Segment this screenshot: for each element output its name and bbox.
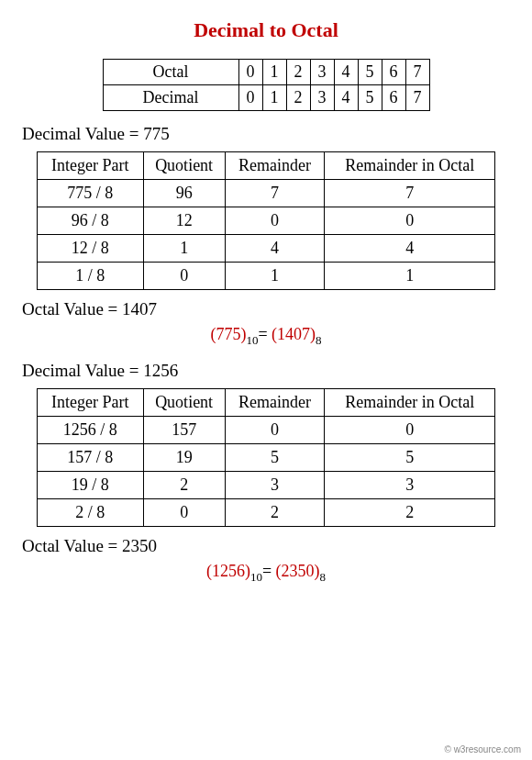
- decimal-value-label: Decimal Value = 775: [18, 124, 514, 144]
- digit-mapping-table: Octal 0 1 2 3 4 5 6 7 Decimal 0 1 2 3 4 …: [103, 59, 430, 111]
- digit-cell: 3: [310, 60, 334, 85]
- octal-value-label: Octal Value = 2350: [18, 536, 514, 556]
- table-row: 157 / 81955: [38, 443, 495, 471]
- digit-cell: 3: [310, 85, 334, 111]
- col-remainder-octal: Remainder in Octal: [325, 388, 495, 416]
- col-remainder-octal: Remainder in Octal: [325, 152, 495, 180]
- digit-cell: 0: [238, 60, 262, 85]
- col-integer-part: Integer Part: [38, 388, 144, 416]
- table-row: 775 / 89677: [38, 180, 495, 207]
- page-title: Decimal to Octal: [18, 18, 514, 42]
- col-quotient: Quotient: [143, 152, 225, 180]
- conversion-table: Integer Part Quotient Remainder Remainde…: [37, 388, 495, 527]
- digit-cell: 7: [405, 85, 429, 111]
- equation: (1256)10= (2350)8: [18, 562, 514, 585]
- digit-cell: 5: [358, 60, 382, 85]
- table-row: 96 / 81200: [38, 207, 495, 235]
- table-header-row: Integer Part Quotient Remainder Remainde…: [38, 388, 495, 416]
- table-row: 1 / 8011: [38, 263, 495, 290]
- table-row: Octal 0 1 2 3 4 5 6 7: [103, 60, 429, 85]
- digit-cell: 1: [262, 60, 286, 85]
- col-remainder: Remainder: [225, 152, 325, 180]
- row-label: Decimal: [103, 85, 238, 111]
- octal-value-label: Octal Value = 1407: [18, 299, 514, 319]
- conversion-table: Integer Part Quotient Remainder Remainde…: [37, 151, 495, 290]
- equation: (775)10= (1407)8: [18, 325, 514, 348]
- digit-cell: 6: [382, 85, 405, 111]
- digit-cell: 2: [286, 60, 310, 85]
- digit-cell: 2: [286, 85, 310, 111]
- col-remainder: Remainder: [225, 388, 325, 416]
- decimal-value-label: Decimal Value = 1256: [18, 361, 514, 381]
- row-label: Octal: [103, 60, 238, 85]
- digit-cell: 5: [358, 85, 382, 111]
- digit-cell: 1: [262, 85, 286, 111]
- col-quotient: Quotient: [143, 388, 225, 416]
- table-row: 2 / 8022: [38, 498, 495, 526]
- digit-cell: 6: [382, 60, 405, 85]
- col-integer-part: Integer Part: [38, 152, 144, 180]
- digit-cell: 4: [334, 85, 358, 111]
- table-row: 12 / 8144: [38, 235, 495, 263]
- digit-cell: 7: [405, 60, 429, 85]
- table-row: 1256 / 815700: [38, 416, 495, 443]
- watermark: © w3resource.com: [444, 744, 521, 754]
- table-row: Decimal 0 1 2 3 4 5 6 7: [103, 85, 429, 111]
- digit-cell: 0: [238, 85, 262, 111]
- table-header-row: Integer Part Quotient Remainder Remainde…: [38, 152, 495, 180]
- table-row: 19 / 8233: [38, 471, 495, 498]
- digit-cell: 4: [334, 60, 358, 85]
